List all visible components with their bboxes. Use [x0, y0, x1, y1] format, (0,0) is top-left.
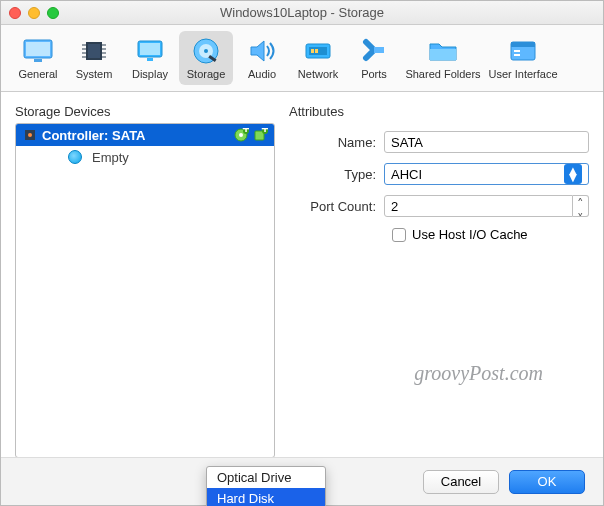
toolbar-general[interactable]: General: [11, 31, 65, 85]
add-attachment-menu: Optical Drive Hard Disk: [206, 466, 326, 506]
svg-rect-25: [430, 49, 456, 60]
toolbar-shared-folders[interactable]: Shared Folders: [403, 31, 483, 85]
toolbar-user-interface[interactable]: User Interface: [485, 31, 561, 85]
storage-devices-panel: Storage Devices Controller: SATA + +: [15, 104, 275, 454]
select-arrows-icon: ▲▼: [564, 164, 582, 184]
ok-button[interactable]: OK: [509, 470, 585, 494]
cancel-button[interactable]: Cancel: [423, 470, 499, 494]
storage-tree[interactable]: Controller: SATA + + Empty: [15, 123, 275, 458]
add-optical-icon[interactable]: +: [233, 127, 249, 143]
svg-rect-23: [315, 49, 318, 53]
toolbar-storage[interactable]: Storage: [179, 31, 233, 85]
menu-optical-drive[interactable]: Optical Drive: [207, 467, 325, 488]
optical-disc-icon: [68, 150, 82, 164]
portcount-label: Port Count:: [289, 199, 384, 214]
toolbar-system[interactable]: System: [67, 31, 121, 85]
svg-point-31: [28, 133, 32, 137]
controller-sata-row[interactable]: Controller: SATA + +: [16, 124, 274, 146]
harddisk-icon: [189, 36, 223, 66]
svg-rect-27: [511, 42, 535, 47]
svg-rect-1: [26, 42, 50, 56]
controller-label: Controller: SATA: [42, 128, 146, 143]
hostio-checkbox[interactable]: [392, 228, 406, 242]
svg-text:+: +: [261, 128, 268, 136]
toolbar-display[interactable]: Display: [123, 31, 177, 85]
portcount-stepper[interactable]: ˄ ˅: [384, 195, 589, 217]
name-input[interactable]: [384, 131, 589, 153]
portcount-row: Port Count: ˄ ˅: [289, 195, 589, 217]
window-title: Windows10Laptop - Storage: [1, 5, 603, 20]
type-value: AHCI: [391, 167, 422, 182]
svg-point-18: [204, 49, 208, 53]
attributes-heading: Attributes: [289, 104, 589, 119]
chip-icon: [77, 36, 111, 66]
zoom-window-button[interactable]: [47, 7, 59, 19]
toolbar-ports[interactable]: Ports: [347, 31, 401, 85]
svg-rect-15: [147, 58, 153, 61]
network-icon: [301, 36, 335, 66]
titlebar: Windows10Laptop - Storage: [1, 1, 603, 25]
stepper-buttons[interactable]: ˄ ˅: [573, 195, 589, 217]
svg-rect-22: [311, 49, 314, 53]
content-area: Storage Devices Controller: SATA + +: [1, 92, 603, 506]
ports-icon: [357, 36, 391, 66]
ui-icon: [506, 36, 540, 66]
toolbar-audio[interactable]: Audio: [235, 31, 289, 85]
menu-hard-disk[interactable]: Hard Disk: [207, 488, 325, 506]
type-row: Type: AHCI ▲▼: [289, 163, 589, 185]
empty-attachment-row[interactable]: Empty: [16, 146, 274, 168]
name-label: Name:: [289, 135, 384, 150]
hostio-row: Use Host I/O Cache: [289, 227, 589, 242]
folder-icon: [426, 36, 460, 66]
svg-rect-4: [88, 44, 100, 58]
svg-rect-29: [514, 54, 520, 56]
attributes-panel: Attributes Name: Type: AHCI ▲▼ Port Coun…: [289, 104, 589, 454]
stepper-up-icon[interactable]: ˄: [573, 196, 588, 211]
display-icon: [133, 36, 167, 66]
hostio-label: Use Host I/O Cache: [412, 227, 528, 242]
settings-toolbar: General System Display Storage Audio: [1, 25, 603, 92]
add-harddisk-icon[interactable]: +: [252, 127, 268, 143]
sata-chip-icon: [22, 127, 38, 143]
speaker-icon: [245, 36, 279, 66]
type-select[interactable]: AHCI ▲▼: [384, 163, 589, 185]
settings-window: Windows10Laptop - Storage General System…: [0, 0, 604, 506]
svg-rect-28: [514, 50, 520, 52]
portcount-input[interactable]: [384, 195, 573, 217]
svg-rect-2: [34, 59, 42, 62]
storage-devices-heading: Storage Devices: [15, 104, 275, 119]
svg-rect-24: [374, 47, 384, 53]
minimize-window-button[interactable]: [28, 7, 40, 19]
stepper-down-icon[interactable]: ˅: [573, 211, 588, 226]
toolbar-network[interactable]: Network: [291, 31, 345, 85]
type-label: Type:: [289, 167, 384, 182]
svg-rect-14: [140, 43, 160, 55]
monitor-icon: [21, 36, 55, 66]
name-row: Name:: [289, 131, 589, 153]
close-window-button[interactable]: [9, 7, 21, 19]
window-controls: [9, 7, 59, 19]
empty-label: Empty: [92, 150, 129, 165]
svg-text:+: +: [242, 128, 249, 136]
